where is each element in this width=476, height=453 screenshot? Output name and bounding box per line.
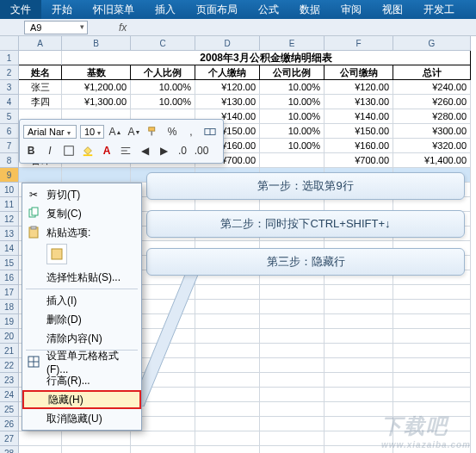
cell[interactable]: ¥1,300.00 (62, 95, 131, 109)
row-header[interactable]: 11 (0, 197, 19, 212)
cell[interactable] (260, 329, 325, 344)
decimal-decrease-icon[interactable]: .0 (175, 143, 190, 158)
cell[interactable] (325, 373, 393, 388)
cell[interactable]: ¥260.00 (393, 95, 471, 109)
row-header[interactable]: 16 (0, 270, 19, 285)
ctx-cut[interactable]: ✂剪切(T) (22, 185, 141, 204)
cell[interactable]: 李四 (19, 95, 62, 109)
cell[interactable] (195, 431, 260, 446)
row-header[interactable]: 22 (0, 358, 19, 373)
ctx-clear[interactable]: 清除内容(N) (22, 329, 141, 348)
fx-label[interactable]: fx (119, 22, 127, 34)
cell[interactable]: ¥700.00 (325, 153, 393, 168)
row-header[interactable]: 26 (0, 417, 19, 431)
cell[interactable]: ¥240.00 (393, 80, 471, 95)
ctx-delete[interactable]: 删除(D) (22, 310, 141, 329)
cell[interactable] (62, 431, 131, 446)
cell[interactable] (325, 358, 393, 373)
row-header[interactable]: 14 (0, 241, 19, 256)
cell[interactable]: 10.00% (131, 80, 195, 95)
sheet-title[interactable]: 2008年3月公积金缴纳明细表 (62, 51, 471, 65)
cell[interactable] (393, 314, 471, 329)
col-header-a[interactable]: A (19, 36, 62, 51)
cell[interactable] (19, 446, 62, 453)
cell[interactable] (325, 285, 393, 300)
font-color-icon[interactable]: A (99, 143, 114, 158)
cell[interactable] (325, 314, 393, 329)
cell[interactable]: 10.00% (260, 124, 325, 139)
format-painter-icon[interactable] (145, 124, 161, 140)
row-header-2[interactable]: 2 (0, 65, 19, 80)
row-header[interactable]: 10 (0, 183, 19, 197)
cell[interactable]: ¥130.00 (195, 95, 260, 109)
cell[interactable]: ¥120.00 (195, 80, 260, 95)
cell[interactable] (393, 344, 471, 358)
decimal-increase-icon[interactable]: .00 (194, 143, 209, 158)
row-header[interactable]: 23 (0, 373, 19, 388)
tab-layout[interactable]: 页面布局 (186, 0, 248, 19)
cell[interactable]: ¥140.00 (325, 109, 393, 124)
row-header-1[interactable]: 1 (0, 51, 19, 65)
cell[interactable]: 10.00% (260, 95, 325, 109)
cell[interactable] (131, 446, 195, 453)
cell[interactable]: ¥320.00 (393, 139, 471, 153)
cell[interactable] (260, 446, 325, 453)
row-header[interactable]: 13 (0, 226, 19, 241)
ctx-copy[interactable]: 复制(C) (22, 204, 141, 223)
cell[interactable] (325, 300, 393, 314)
cell[interactable] (62, 446, 131, 453)
col-header-e[interactable]: E (260, 36, 325, 51)
ctx-unhide[interactable]: 取消隐藏(U) (22, 409, 141, 428)
tab-review[interactable]: 审阅 (331, 0, 372, 19)
tab-legacy[interactable]: 怀旧菜单 (83, 0, 145, 19)
ctx-hide[interactable]: 隐藏(H) (22, 390, 141, 409)
row-header[interactable]: 20 (0, 329, 19, 344)
col-header-b[interactable]: B (62, 36, 131, 51)
row-header[interactable]: 28 (0, 446, 19, 453)
font-size-select[interactable]: 10 (80, 125, 104, 139)
row-header[interactable]: 21 (0, 344, 19, 358)
row-header[interactable]: 7 (0, 139, 19, 153)
cell[interactable] (393, 329, 471, 344)
cell[interactable] (260, 314, 325, 329)
row-header[interactable]: 12 (0, 212, 19, 226)
cell[interactable] (195, 446, 260, 453)
cell[interactable] (260, 358, 325, 373)
cell[interactable] (260, 417, 325, 431)
cell[interactable] (260, 388, 325, 402)
tab-formulas[interactable]: 公式 (248, 0, 289, 19)
col-header-d[interactable]: D (195, 36, 260, 51)
fill-color-icon[interactable] (80, 143, 96, 158)
cell[interactable]: 10.00% (131, 95, 195, 109)
tab-home[interactable]: 开始 (41, 0, 83, 19)
row-header[interactable]: 15 (0, 256, 19, 270)
row-header[interactable]: 24 (0, 388, 19, 402)
cell[interactable]: ¥150.00 (325, 124, 393, 139)
cell[interactable]: 10.00% (260, 80, 325, 95)
cell[interactable] (325, 388, 393, 402)
indent-increase-icon[interactable]: ▶ (156, 143, 171, 158)
align-icon[interactable] (118, 143, 133, 158)
cell[interactable]: ¥120.00 (325, 80, 393, 95)
indent-decrease-icon[interactable]: ◀ (137, 143, 152, 158)
bold-icon[interactable]: B (23, 143, 39, 158)
cell[interactable] (325, 329, 393, 344)
italic-icon[interactable]: I (42, 143, 58, 158)
border-icon[interactable] (61, 143, 77, 158)
col-header-c[interactable]: C (131, 36, 195, 51)
percent-icon[interactable]: % (164, 124, 180, 140)
tab-developer[interactable]: 开发工 (413, 0, 465, 19)
tab-insert[interactable]: 插入 (145, 0, 186, 19)
ctx-format-cells[interactable]: 设置单元格格式(F)... (22, 352, 141, 371)
cell[interactable]: 10.00% (260, 139, 325, 153)
cell[interactable] (260, 300, 325, 314)
cell[interactable] (393, 373, 471, 388)
cell[interactable] (19, 431, 62, 446)
cell[interactable] (260, 431, 325, 446)
row-header[interactable]: 19 (0, 314, 19, 329)
cell[interactable] (260, 344, 325, 358)
cell[interactable]: 张三 (19, 80, 62, 95)
cell[interactable] (131, 431, 195, 446)
cell[interactable] (325, 344, 393, 358)
row-header[interactable]: 5 (0, 109, 19, 124)
